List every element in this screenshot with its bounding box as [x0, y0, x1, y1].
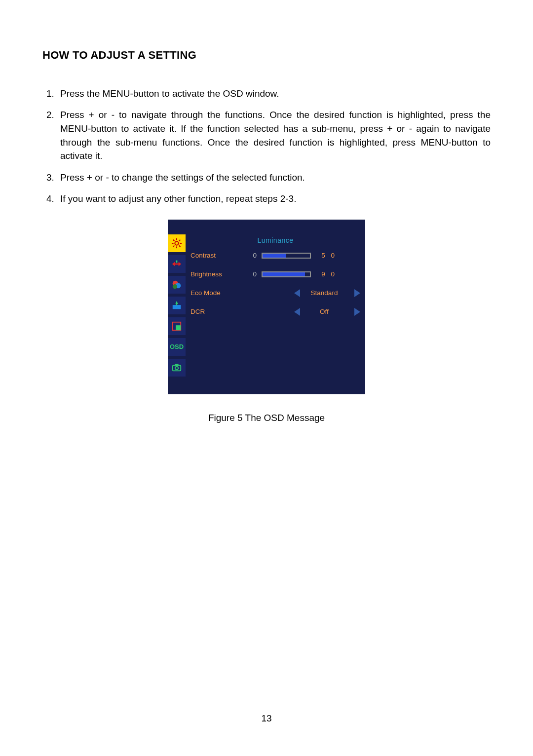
svg-point-15: [173, 284, 177, 289]
osd-tab[interactable]: OSD: [168, 338, 186, 356]
dcr-value: Off: [302, 307, 346, 317]
svg-line-7: [173, 245, 175, 247]
instruction-step: Press + or - to navigate through the fun…: [46, 108, 491, 162]
osd-titlebar: [168, 220, 365, 234]
luminance-tab[interactable]: [168, 234, 186, 252]
svg-rect-23: [175, 364, 178, 366]
instruction-step: Press the MENU-button to activate the OS…: [46, 87, 491, 101]
color-circles-icon: [171, 279, 182, 290]
instruction-step: If you want to adjust any other function…: [46, 192, 491, 206]
contrast-label: Contrast: [190, 251, 240, 261]
window-tab[interactable]: [168, 317, 186, 335]
brightness-row[interactable]: Brightness 0 9 0: [190, 265, 360, 284]
osd-bottombar: [168, 379, 365, 394]
osd-section-title: Luminance: [190, 235, 360, 245]
osd-blank-area: [190, 321, 360, 351]
brightness-bar[interactable]: [262, 271, 311, 277]
eco-mode-row[interactable]: Eco Mode Standard: [190, 284, 360, 302]
picture-boost-icon: [171, 300, 182, 311]
page: HOW TO ADJUST A SETTING Press the MENU-b…: [0, 0, 533, 756]
brightness-min: 0: [240, 269, 257, 279]
osd-window: OSD Luminance Contrast 0 5 0: [168, 220, 365, 394]
contrast-bar[interactable]: [262, 253, 311, 259]
camera-icon: [171, 362, 182, 373]
svg-line-6: [179, 245, 181, 247]
right-arrow-icon[interactable]: [354, 289, 360, 297]
right-arrow-icon[interactable]: [354, 308, 360, 316]
contrast-row[interactable]: Contrast 0 5 0: [190, 246, 360, 265]
figure-caption: Figure 5 The OSD Message: [42, 411, 491, 425]
image-setup-tab[interactable]: [168, 255, 186, 273]
window-icon: [171, 321, 182, 332]
svg-rect-16: [173, 305, 181, 309]
color-tab[interactable]: [168, 276, 186, 294]
svg-point-0: [175, 241, 178, 245]
contrast-min: 0: [240, 251, 257, 261]
page-number: 13: [0, 712, 533, 725]
brightness-label: Brightness: [190, 269, 240, 279]
figure: OSD Luminance Contrast 0 5 0: [42, 220, 491, 394]
svg-rect-20: [176, 325, 181, 330]
svg-line-8: [179, 239, 181, 241]
arrows-horizontal-icon: [171, 259, 182, 269]
contrast-value: 5 0: [318, 251, 337, 261]
extra-tab[interactable]: [168, 359, 186, 377]
page-heading: HOW TO ADJUST A SETTING: [42, 47, 491, 63]
brightness-value: 9 0: [318, 269, 337, 279]
eco-mode-label: Eco Mode: [190, 288, 240, 298]
instruction-step: Press + or - to change the settings of t…: [46, 171, 491, 185]
instruction-list: Press the MENU-button to activate the OS…: [42, 87, 491, 206]
picture-boost-tab[interactable]: [168, 297, 186, 314]
svg-line-5: [173, 239, 175, 241]
brightness-sun-icon: [171, 238, 182, 249]
left-arrow-icon[interactable]: [294, 308, 300, 316]
svg-point-22: [175, 366, 178, 369]
osd-content: Luminance Contrast 0 5 0 Brightness 0 9 …: [186, 234, 365, 379]
osd-sidebar: OSD: [168, 234, 186, 379]
dcr-label: DCR: [190, 307, 240, 317]
dcr-row[interactable]: DCR Off: [190, 302, 360, 321]
left-arrow-icon[interactable]: [294, 289, 300, 297]
osd-text-icon: OSD: [170, 343, 184, 350]
eco-mode-value: Standard: [302, 288, 346, 298]
